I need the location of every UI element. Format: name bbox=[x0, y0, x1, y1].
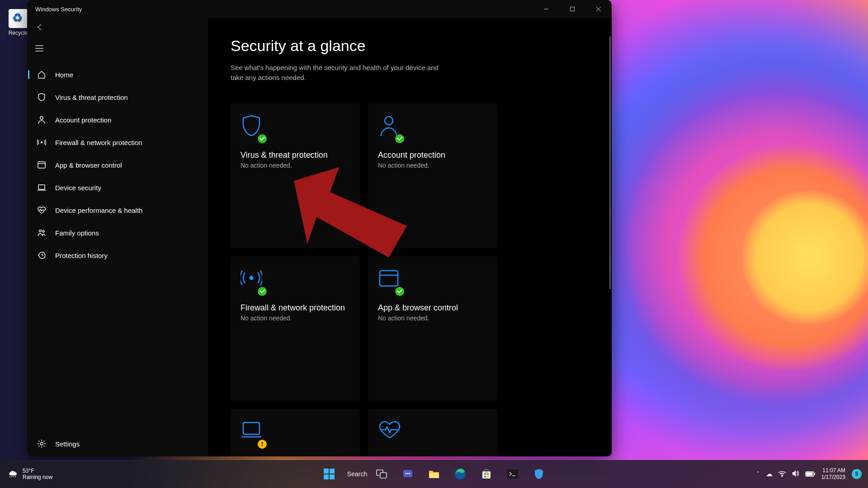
laptop-icon bbox=[37, 183, 46, 192]
weather-icon: 🌧 bbox=[8, 468, 18, 480]
close-button[interactable] bbox=[585, 0, 612, 18]
nav-label: Virus & threat protection bbox=[55, 94, 128, 101]
scrollbar[interactable] bbox=[609, 36, 611, 289]
windows-security-taskbar-icon[interactable] bbox=[528, 463, 550, 485]
svg-rect-48 bbox=[807, 473, 812, 475]
svg-point-35 bbox=[409, 473, 410, 474]
svg-rect-11 bbox=[38, 185, 45, 189]
weather-text: Raining now bbox=[23, 474, 52, 480]
page-subtitle: See what's happening with the security a… bbox=[231, 63, 439, 83]
main-panel: Security at a glance See what's happenin… bbox=[208, 18, 612, 456]
nav-history[interactable]: Protection history bbox=[27, 244, 208, 267]
nav-virus[interactable]: Virus & threat protection bbox=[27, 86, 208, 108]
nav-label: Account protection bbox=[55, 116, 111, 124]
back-button[interactable] bbox=[27, 18, 208, 36]
nav-family[interactable]: Family options bbox=[27, 221, 208, 244]
nav-label: Device security bbox=[55, 184, 101, 192]
tray-chevron-icon[interactable]: ˄ bbox=[757, 471, 760, 477]
maximize-button[interactable] bbox=[559, 0, 585, 18]
home-icon bbox=[37, 70, 46, 79]
taskbar-search[interactable]: Search bbox=[344, 463, 367, 485]
heart-pulse-icon bbox=[378, 420, 401, 447]
nav-label: Home bbox=[55, 71, 73, 79]
notification-count: 5 bbox=[855, 471, 859, 477]
taskbar-center: Search bbox=[318, 463, 550, 485]
nav-home[interactable]: Home bbox=[27, 63, 208, 86]
taskbar-right: ˄ ☁ 11:07 AM 1/17/2023 5 bbox=[757, 467, 868, 481]
history-icon bbox=[37, 251, 46, 260]
card-status: No action needed. bbox=[241, 162, 350, 169]
person-icon bbox=[378, 114, 401, 141]
svg-rect-26 bbox=[324, 474, 329, 479]
onedrive-icon[interactable]: ☁ bbox=[766, 470, 773, 478]
hamburger-button[interactable] bbox=[27, 38, 208, 59]
store-button[interactable] bbox=[475, 463, 498, 485]
taskbar[interactable]: 🌧 53°F Raining now Search ˄ ☁ bbox=[0, 460, 868, 488]
nav-account[interactable]: Account protection bbox=[27, 108, 208, 131]
svg-point-45 bbox=[782, 476, 783, 477]
svg-rect-44 bbox=[507, 469, 518, 479]
gear-icon bbox=[37, 439, 46, 448]
shield-icon bbox=[37, 93, 46, 102]
card-grid: Virus & threat protection No action need… bbox=[231, 103, 589, 457]
svg-rect-36 bbox=[429, 473, 439, 478]
edge-button[interactable] bbox=[449, 463, 472, 485]
card-account-protection[interactable]: Account protection No action needed. bbox=[368, 103, 497, 248]
chat-button[interactable] bbox=[396, 463, 419, 485]
system-tray[interactable]: ☁ bbox=[766, 470, 815, 479]
taskbar-weather[interactable]: 🌧 53°F Raining now bbox=[0, 468, 52, 480]
svg-rect-21 bbox=[243, 422, 259, 434]
minimize-button[interactable] bbox=[533, 0, 559, 18]
titlebar[interactable]: Windows Security bbox=[27, 0, 612, 18]
task-view-button[interactable] bbox=[370, 463, 393, 485]
nav-performance[interactable]: Device performance & health bbox=[27, 199, 208, 221]
battery-icon[interactable] bbox=[805, 470, 815, 478]
status-warn-badge bbox=[258, 440, 267, 449]
svg-point-16 bbox=[40, 442, 43, 445]
card-title: Firewall & network protection bbox=[241, 303, 350, 313]
status-ok-badge bbox=[395, 287, 404, 296]
status-ok-badge bbox=[395, 134, 404, 143]
svg-rect-43 bbox=[487, 476, 489, 478]
nav-firewall[interactable]: Firewall & network protection bbox=[27, 131, 208, 154]
search-label: Search bbox=[347, 470, 367, 478]
status-ok-badge bbox=[258, 287, 267, 296]
card-device-security[interactable] bbox=[231, 409, 360, 457]
terminal-button[interactable] bbox=[501, 463, 524, 485]
laptop-icon bbox=[241, 420, 264, 447]
notification-badge[interactable]: 5 bbox=[852, 469, 862, 479]
person-icon bbox=[37, 115, 46, 124]
window-title: Windows Security bbox=[35, 6, 82, 13]
volume-icon[interactable] bbox=[792, 470, 800, 479]
nav-app-browser[interactable]: App & browser control bbox=[27, 154, 208, 176]
card-firewall[interactable]: Firewall & network protection No action … bbox=[231, 256, 360, 401]
card-device-performance[interactable] bbox=[368, 409, 497, 457]
nav-label: Protection history bbox=[55, 252, 108, 259]
shield-icon bbox=[241, 114, 264, 141]
settings-label: Settings bbox=[55, 440, 80, 448]
taskbar-clock[interactable]: 11:07 AM 1/17/2023 bbox=[821, 467, 845, 481]
card-status: No action needed. bbox=[378, 314, 487, 322]
nav-settings[interactable]: Settings bbox=[27, 431, 208, 456]
start-button[interactable] bbox=[318, 463, 340, 485]
page-title: Security at a glance bbox=[231, 37, 589, 55]
svg-point-13 bbox=[39, 230, 42, 232]
status-ok-badge bbox=[258, 134, 267, 143]
windows-security-window: Windows Security Home Virus & threat pro… bbox=[27, 0, 612, 456]
card-title: App & browser control bbox=[378, 303, 487, 313]
svg-rect-31 bbox=[380, 473, 387, 478]
svg-rect-27 bbox=[330, 474, 335, 479]
card-app-browser[interactable]: App & browser control No action needed. bbox=[368, 256, 497, 401]
svg-rect-24 bbox=[324, 469, 329, 474]
wifi-icon[interactable] bbox=[778, 470, 786, 478]
file-explorer-button[interactable] bbox=[423, 463, 445, 485]
nav-device-security[interactable]: Device security bbox=[27, 176, 208, 199]
family-icon bbox=[37, 228, 46, 237]
card-virus-threat[interactable]: Virus & threat protection No action need… bbox=[231, 103, 360, 248]
card-status: No action needed. bbox=[378, 162, 487, 169]
window-icon bbox=[378, 267, 401, 294]
svg-rect-40 bbox=[484, 473, 486, 475]
svg-rect-9 bbox=[38, 162, 45, 168]
nav-label: Family options bbox=[55, 229, 99, 237]
clock-date: 1/17/2023 bbox=[821, 474, 845, 481]
